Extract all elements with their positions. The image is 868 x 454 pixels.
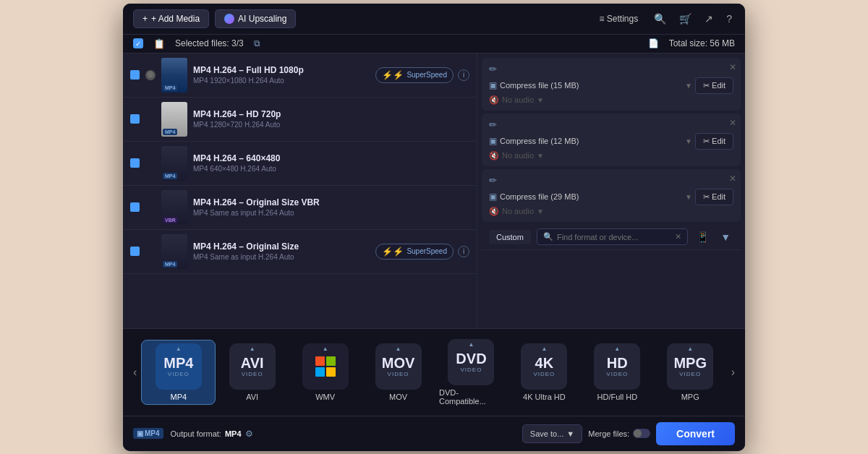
format-icons-row: ‹ ▲ MP4 VIDEO MP4 ▲ AVI VIDEO AVI — [123, 329, 745, 416]
file-checkbox-5[interactable] — [130, 247, 140, 256]
ai-upscaling-button[interactable]: AI Upscaling — [215, 9, 296, 28]
format-item-mov[interactable]: ▲ MOV VIDEO MOV — [362, 340, 435, 404]
compress-arrow-1[interactable]: ▼ — [685, 82, 692, 90]
output-card-3: ✕ ✏ ▣ Compress file (29 MB) ▼ ✂ Edit 🔇 N… — [482, 169, 741, 222]
clear-search-icon[interactable]: ✕ — [675, 232, 681, 241]
compress-icon-1: ▣ — [489, 80, 497, 90]
format-name-dvd: DVD-Compatible... — [439, 388, 503, 406]
chevron-hd: ▲ — [614, 346, 620, 352]
format-item-mpg[interactable]: ▲ MPG VIDEO MPG — [654, 340, 727, 404]
compress-row-1: ▣ Compress file (15 MB) ▼ ✂ Edit — [489, 77, 733, 94]
close-card-1[interactable]: ✕ — [729, 62, 736, 72]
add-media-button[interactable]: + + Add Media — [133, 9, 209, 28]
format-label-mp4: MP4 — [163, 356, 193, 370]
cart-button[interactable]: 🛒 — [676, 10, 694, 27]
close-card-2[interactable]: ✕ — [729, 118, 736, 128]
card3-top-row: ✏ — [489, 175, 733, 186]
pencil-icon-1[interactable]: ✏ — [489, 64, 497, 74]
output-format-label: Output format: MP4 ⚙ — [171, 429, 253, 439]
format-item-wmv[interactable]: ▲ WMV — [289, 340, 362, 404]
format-item-avi[interactable]: ▲ AVI VIDEO AVI — [216, 340, 289, 404]
format-sub-mov: VIDEO — [388, 371, 409, 377]
no-audio-arrow-1[interactable]: ▼ — [537, 96, 544, 104]
format-item-hd[interactable]: ▲ HD VIDEO HD/Full HD — [581, 340, 654, 404]
select-all-checkbox[interactable]: ✓ — [133, 38, 143, 48]
save-to-button[interactable]: Save to... ▼ — [522, 424, 582, 443]
chevron-mpg: ▲ — [687, 346, 693, 352]
file-title-4: MP4 H.264 – Original Size VBR — [193, 197, 464, 207]
compress-row-3: ▣ Compress file (29 MB) ▼ ✂ Edit — [489, 189, 733, 205]
format-device-icon[interactable]: 📱 — [694, 228, 712, 246]
superspeed-button-1[interactable]: ⚡⚡ SuperSpeed — [375, 67, 454, 83]
share-icon: ↗ — [705, 13, 713, 25]
merge-toggle-dot — [634, 429, 642, 437]
format-name-mov: MOV — [389, 393, 407, 401]
file-bar: ✓ 📋 Selected files: 3/3 ⧉ 📄 Total size: … — [123, 35, 745, 53]
merge-files-toggle[interactable] — [633, 429, 650, 438]
format-icon-dvd: ▲ DVD VIDEO — [448, 339, 494, 385]
share-button[interactable]: ↗ — [702, 10, 716, 27]
format-search-input[interactable] — [557, 233, 671, 241]
ai-upscaling-label: AI Upscaling — [238, 14, 286, 24]
chevron-wmv: ▲ — [323, 346, 328, 352]
settings-button[interactable]: ≡ Settings — [594, 11, 644, 27]
format-label-avi: AVI — [241, 356, 264, 370]
compress-arrow-3[interactable]: ▼ — [685, 193, 692, 201]
format-sub-dvd: VIDEO — [461, 367, 482, 373]
file-title-5: MP4 H.264 – Original Size — [193, 241, 370, 252]
file-checkbox-4[interactable] — [130, 202, 140, 212]
superspeed-label-1: SuperSpeed — [407, 71, 447, 79]
help-icon: ? — [726, 13, 732, 25]
format-item-mp4[interactable]: ▲ MP4 VIDEO MP4 — [141, 340, 216, 405]
chevron-mp4: ▲ — [176, 346, 182, 352]
convert-button[interactable]: Convert — [656, 422, 735, 445]
format-sub-avi: VIDEO — [242, 371, 263, 377]
compress-arrow-2[interactable]: ▼ — [685, 137, 692, 145]
file-indicator-2 — [145, 114, 156, 124]
pencil-icon-3[interactable]: ✏ — [489, 175, 497, 186]
file-info-5: MP4 H.264 – Original Size MP4 Same as in… — [193, 241, 370, 261]
app-window: + + Add Media AI Upscaling ≡ Settings 🔍 … — [123, 4, 745, 451]
file-actions-5: ⚡⚡ SuperSpeed i — [375, 244, 469, 260]
format-expand-icon[interactable]: ▼ — [718, 228, 733, 246]
compress-label-3: Compress file (29 MB) — [500, 192, 682, 201]
format-next-button[interactable]: › — [727, 363, 739, 382]
gear-icon[interactable]: ⚙ — [245, 429, 253, 439]
format-label-dvd: DVD — [456, 351, 486, 366]
search-button[interactable]: 🔍 — [651, 10, 669, 27]
compress-label-1: Compress file (15 MB) — [500, 81, 682, 90]
file-checkbox-1[interactable] — [130, 70, 140, 80]
format-prev-button[interactable]: ‹ — [129, 363, 141, 382]
info-button-5[interactable]: i — [458, 246, 469, 257]
file-checkbox-2[interactable] — [130, 114, 140, 124]
format-name-avi: AVI — [246, 393, 258, 401]
copy-icon[interactable]: ⧉ — [254, 38, 260, 48]
no-audio-arrow-2[interactable]: ▼ — [537, 152, 544, 160]
format-item-dvd[interactable]: ▲ DVD VIDEO DVD-Compatible... — [435, 336, 508, 408]
plus-icon: + — [142, 14, 148, 24]
format-label-mpg: MPG — [673, 356, 707, 370]
file-checkbox-3[interactable] — [130, 158, 140, 168]
format-icon-hd: ▲ HD VIDEO — [594, 343, 640, 390]
compress-row-2: ▣ Compress file (12 MB) ▼ ✂ Edit — [489, 133, 733, 150]
help-button[interactable]: ? — [723, 10, 735, 27]
format-item-4k[interactable]: ▲ 4K VIDEO 4K Ultra HD — [508, 340, 581, 404]
close-card-3[interactable]: ✕ — [729, 174, 736, 184]
format-icon-avi: ▲ AVI VIDEO — [229, 343, 276, 390]
chevron-4k: ▲ — [541, 346, 547, 352]
output-format-prefix: Output format: — [171, 429, 221, 438]
edit-button-2[interactable]: ✂ Edit — [695, 133, 733, 150]
pencil-icon-2[interactable]: ✏ — [489, 119, 497, 130]
edit-button-1[interactable]: ✂ Edit — [695, 77, 733, 94]
superspeed-button-5[interactable]: ⚡⚡ SuperSpeed — [375, 244, 454, 260]
no-audio-arrow-3[interactable]: ▼ — [537, 207, 544, 215]
chevron-avi: ▲ — [250, 346, 255, 352]
custom-tab-button[interactable]: Custom — [489, 230, 531, 244]
superspeed-icon-5: ⚡⚡ — [382, 247, 404, 257]
no-audio-label-3: No audio — [502, 207, 534, 215]
edit-button-3[interactable]: ✂ Edit — [695, 189, 733, 205]
format-sub-mp4: VIDEO — [168, 371, 190, 377]
format-search-box: 🔍 ✕ — [537, 228, 688, 245]
info-button-1[interactable]: i — [458, 69, 469, 81]
format-name-mp4: MP4 — [170, 393, 187, 401]
